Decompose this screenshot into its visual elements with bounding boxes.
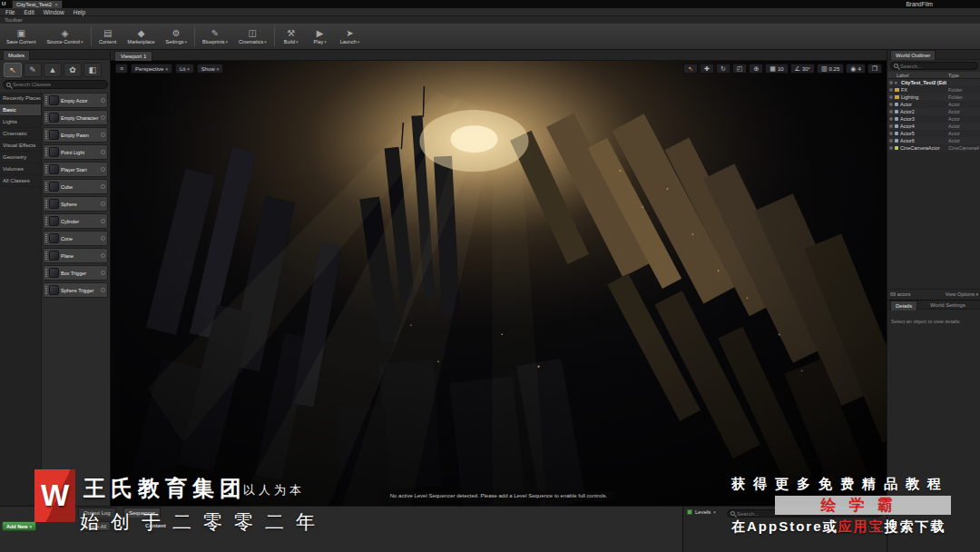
outliner-footer: 69 actors View Options ▾ [887,289,980,298]
placeable-point-light[interactable]: Point Light [43,144,108,160]
camera-speed-button[interactable]: ◉4 [846,64,865,74]
content-breadcrumb[interactable]: Content [145,523,166,528]
modes-category-recently-placed[interactable]: Recently Placed [0,93,41,104]
modes-category-lights[interactable]: Lights [0,116,41,128]
expand-caret-icon[interactable]: ▾ [895,79,899,86]
menu-window[interactable]: Window [44,9,64,15]
outliner-row-actor4[interactable]: Actor4Actor [887,123,980,130]
outliner-row-actor5[interactable]: Actor5Actor [887,130,980,137]
placeable-cone[interactable]: Cone [43,231,108,246]
scale-tool-button[interactable]: ◰ [732,64,748,74]
rotate-tool-button[interactable]: ↻ [716,64,730,74]
folder-icon [895,95,899,99]
placeable-sphere-trigger[interactable]: Sphere Trigger [43,282,108,298]
close-icon[interactable]: ✕ [54,2,58,7]
modes-category-basic[interactable]: Basic [0,104,41,116]
visibility-eye-icon[interactable] [889,146,893,150]
visibility-eye-icon[interactable] [889,88,893,92]
play-button[interactable]: ▶ Play▾ [308,25,333,49]
cine-camera-icon [895,146,898,150]
visibility-eye-icon[interactable] [889,95,893,99]
tab-details[interactable]: Details [890,301,917,310]
settings-button[interactable]: ⚙ Settings▾ [162,25,191,49]
add-new-button[interactable]: Add New ▾ [2,521,36,531]
save-all-button[interactable]: Save All [83,521,111,531]
paint-mode-icon[interactable]: ✎ [24,63,42,77]
cinematics-button[interactable]: ◫ Cinematics▾ [235,25,270,49]
outliner-row-actor6[interactable]: Actor6Actor [887,137,980,144]
source-control-button[interactable]: ◈ Source Control▾ [43,25,86,49]
menu-file[interactable]: File [5,9,15,15]
visibility-eye-icon[interactable] [889,110,893,113]
modes-category-volumes[interactable]: Volumes [0,163,41,175]
row-type: Actor [948,109,979,114]
chevron-down-icon: ▾ [975,291,978,297]
landscape-mode-icon[interactable]: ▲ [44,63,62,77]
geometry-mode-icon[interactable]: ◧ [83,63,102,77]
visibility-eye-icon[interactable] [889,139,893,143]
place-mode-icon[interactable]: ↖ [4,63,22,77]
viewport-options-button[interactable]: ≡ [115,64,128,74]
tab-viewport-1[interactable]: Viewport 1 [114,51,152,61]
tab-modes[interactable]: Modes [3,50,30,60]
grid-snap-button[interactable]: ▦10 [765,64,788,74]
outliner-row-fx[interactable]: FXFolder [887,86,980,94]
modes-category-all-classes[interactable]: All Classes [0,175,41,187]
placeable-sphere[interactable]: Sphere [43,196,108,212]
build-button[interactable]: ⚒ Build▾ [279,25,304,49]
visibility-eye-icon[interactable] [889,117,893,121]
scale-snap-button[interactable]: ▥0.25 [817,64,844,74]
outliner-row-actor3[interactable]: Actor3Actor [887,115,980,123]
placeable-player-start[interactable]: Player Start [43,162,108,177]
tab-world-outliner[interactable]: World Outliner [890,50,936,60]
modes-category-geometry[interactable]: Geometry [0,152,41,163]
outliner-row-actor[interactable]: ActorActor [887,101,980,108]
modes-search-input[interactable] [13,82,104,87]
tab-world-settings[interactable]: World Settings [926,301,970,310]
move-tool-button[interactable]: ✚ [700,64,714,74]
outliner-row-world[interactable]: ▾CityTest_Test2 (Editor World) [887,79,980,86]
placeable-cylinder[interactable]: Cylinder [43,213,108,229]
outliner-search-input[interactable] [900,64,975,69]
placeable-empty-character[interactable]: Empty Character [43,110,108,125]
modes-category-cinematic[interactable]: Cinematic [0,128,41,140]
placeable-cube[interactable]: Cube [43,179,108,194]
foliage-mode-icon[interactable]: ✿ [64,63,82,77]
tab-output-log[interactable]: Output Log [78,508,116,518]
marketplace-button[interactable]: ◆ Marketplace [124,25,159,49]
outliner-row-lighting[interactable]: LightingFolder [887,94,980,101]
outliner-row-cinecamera[interactable]: CineCameraActorCineCameraActor [887,144,980,152]
visibility-eye-icon[interactable] [889,124,893,128]
world-coordinate-button[interactable]: ⊕ [749,64,763,74]
select-tool-button[interactable]: ↖ [683,64,698,74]
save-current-button[interactable]: ▣ Save Current [3,25,39,49]
maximize-viewport-button[interactable]: ❐ [867,64,882,74]
menu-edit[interactable]: Edit [24,9,34,15]
visibility-eye-icon[interactable] [889,132,893,135]
content-button[interactable]: ▤ Content [95,25,121,49]
visibility-eye-icon[interactable] [889,103,893,106]
column-type[interactable]: Type [948,72,980,78]
level-tab[interactable]: CityTest_Test2 ✕ [12,0,63,8]
menu-help[interactable]: Help [74,9,85,15]
view-options-button[interactable]: View Options ▾ [946,291,978,297]
placeable-box-trigger[interactable]: Box Trigger [43,265,108,281]
levels-search-input[interactable] [737,511,879,517]
placeable-plane[interactable]: Plane [43,248,108,263]
lit-dropdown[interactable]: Lit▾ [175,64,194,74]
modes-category-visual-effects[interactable]: Visual Effects [0,140,41,152]
placeable-empty-actor[interactable]: Empty Actor [43,93,108,108]
column-label[interactable]: Label [887,72,948,78]
perspective-dropdown[interactable]: Perspective▾ [131,64,172,74]
item-thumbnail [49,147,59,157]
tab-sequencer[interactable]: Sequencer [123,508,161,518]
launch-button[interactable]: ➤ Launch▾ [337,25,364,49]
viewport-3d-scene[interactable]: ≡ Perspective▾ Lit▾ Show▾ ↖ ✚ ↻ ◰ ⊕ ▦10 … [111,61,887,506]
show-dropdown[interactable]: Show▾ [197,64,224,74]
levels-dropdown[interactable]: Levels ▾ [687,509,716,515]
outliner-row-actor2[interactable]: Actor2Actor [887,108,980,115]
blueprints-button[interactable]: ✎ Blueprints▾ [199,25,231,49]
visibility-eye-icon[interactable] [889,81,893,84]
rotation-snap-button[interactable]: ∠30° [790,64,815,74]
placeable-empty-pawn[interactable]: Empty Pawn [43,127,108,143]
